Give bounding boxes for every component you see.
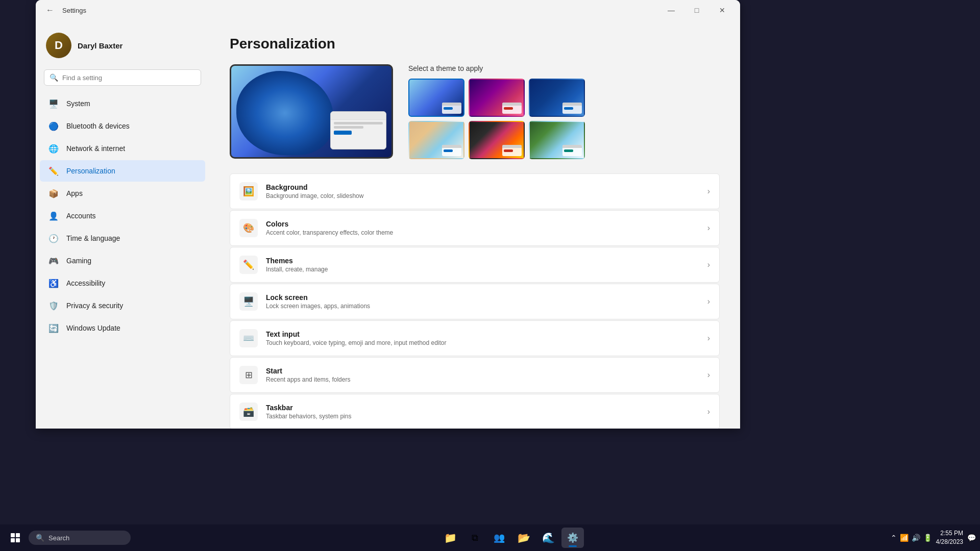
sidebar-item-bluetooth[interactable]: 🔵 Bluetooth & devices xyxy=(40,115,205,137)
background-title: Background xyxy=(266,183,707,191)
taskbar-chevron: › xyxy=(707,407,710,416)
taskbar-text: Taskbar Taskbar behaviors, system pins xyxy=(266,404,707,420)
main-content: Personalization xyxy=(209,20,740,429)
sidebar-label-system: System xyxy=(66,99,90,108)
preview-wallpaper xyxy=(236,71,333,155)
settings-item-themes[interactable]: ✏️ Themes Install, create, manage › xyxy=(230,247,720,283)
themes-text: Themes Install, create, manage xyxy=(266,257,707,273)
sidebar-label-accessibility: Accessibility xyxy=(66,279,105,287)
theme-preview xyxy=(230,64,393,159)
taskbar-title: Taskbar xyxy=(266,404,707,412)
back-button[interactable]: ← xyxy=(42,4,58,17)
accessibility-icon: ♿ xyxy=(48,278,59,289)
sidebar-item-windows-update[interactable]: 🔄 Windows Update xyxy=(40,317,205,339)
taskbar-files-icon[interactable]: 📁 xyxy=(439,528,461,548)
background-text: Background Background image, color, slid… xyxy=(266,183,707,199)
settings-item-background[interactable]: 🖼️ Background Background image, color, s… xyxy=(230,173,720,209)
theme-mini-window-5 xyxy=(502,145,522,156)
taskbar-time[interactable]: 2:55 PM 4/28/2023 xyxy=(936,529,963,546)
maximize-button[interactable]: □ xyxy=(685,3,708,18)
network-tray-icon[interactable]: 📶 xyxy=(900,534,909,542)
theme-grid xyxy=(408,79,720,159)
theme-item-2[interactable] xyxy=(469,79,525,117)
sidebar-item-accessibility[interactable]: ♿ Accessibility xyxy=(40,272,205,294)
sidebar-item-accounts[interactable]: 👤 Accounts xyxy=(40,205,205,227)
lock-screen-text: Lock screen Lock screen images, apps, an… xyxy=(266,293,707,310)
minimize-button[interactable]: — xyxy=(659,3,683,18)
taskbar-edge-icon[interactable]: 🌊 xyxy=(537,528,559,548)
theme-item-4[interactable] xyxy=(408,121,464,159)
start-icon: ⊞ xyxy=(239,366,258,384)
window-controls: — □ ✕ xyxy=(659,3,734,18)
taskbar: 🔍 Search 📁 ⧉ 👥 📂 🌊 ⚙️ ⌃ 📶 🔊 🔋 xyxy=(0,524,980,551)
sidebar-item-privacy[interactable]: 🛡️ Privacy & security xyxy=(40,295,205,316)
settings-item-taskbar[interactable]: 🗃️ Taskbar Taskbar behaviors, system pin… xyxy=(230,394,720,429)
chevron-up-icon[interactable]: ⌃ xyxy=(891,534,897,542)
personalization-icon: ✏️ xyxy=(48,165,59,177)
theme-section: Select a theme to apply xyxy=(230,64,720,159)
colors-title: Colors xyxy=(266,220,707,228)
gaming-icon: 🎮 xyxy=(48,255,59,266)
privacy-icon: 🛡️ xyxy=(48,300,59,311)
sidebar-label-time: Time & language xyxy=(66,234,120,242)
volume-tray-icon[interactable]: 🔊 xyxy=(912,534,920,542)
sidebar-item-apps[interactable]: 📦 Apps xyxy=(40,183,205,204)
taskbar-taskview-icon[interactable]: ⧉ xyxy=(463,528,486,548)
theme-mini-window-4 xyxy=(442,145,461,156)
background-subtitle: Background image, color, slideshow xyxy=(266,192,707,199)
taskbar-teams-icon[interactable]: 👥 xyxy=(488,528,510,548)
start-chevron: › xyxy=(707,370,710,380)
taskbar-settings-icon[interactable]: ⚙️ xyxy=(561,528,584,548)
avatar: D xyxy=(46,33,71,58)
sidebar-item-system[interactable]: 🖥️ System xyxy=(40,93,205,114)
notification-icon[interactable]: 💬 xyxy=(967,534,976,542)
sidebar-label-apps: Apps xyxy=(66,189,83,197)
taskbar-pinned-apps: 📁 ⧉ 👥 📂 🌊 ⚙️ xyxy=(133,528,891,548)
close-button[interactable]: ✕ xyxy=(710,3,734,18)
preview-line-2 xyxy=(334,126,363,129)
sidebar-label-accounts: Accounts xyxy=(66,212,96,220)
theme-mini-window-3 xyxy=(562,103,582,114)
text-input-chevron: › xyxy=(707,334,710,343)
theme-item-1[interactable] xyxy=(408,79,464,117)
network-icon: 🌐 xyxy=(48,143,59,154)
background-chevron: › xyxy=(707,187,710,196)
sidebar-item-gaming[interactable]: 🎮 Gaming xyxy=(40,250,205,271)
apps-icon: 📦 xyxy=(48,188,59,199)
title-bar-left: ← Settings xyxy=(42,4,86,17)
search-box[interactable]: 🔍 xyxy=(44,69,201,86)
text-input-title: Text input xyxy=(266,330,707,338)
colors-icon: 🎨 xyxy=(239,219,258,237)
theme-mini-window-6 xyxy=(562,145,582,156)
search-input[interactable] xyxy=(62,74,195,82)
theme-mini-window-1 xyxy=(442,103,461,114)
lock-screen-icon: 🖥️ xyxy=(239,292,258,311)
taskbar-icon-settings: 🗃️ xyxy=(239,403,258,421)
sidebar-item-personalization[interactable]: ✏️ Personalization xyxy=(40,160,205,182)
settings-item-start[interactable]: ⊞ Start Recent apps and items, folders › xyxy=(230,357,720,393)
taskbar-search[interactable]: 🔍 Search xyxy=(29,531,131,545)
themes-title: Themes xyxy=(266,257,707,265)
page-title: Personalization xyxy=(230,36,720,52)
preview-window-content xyxy=(331,120,386,137)
accounts-icon: 👤 xyxy=(48,210,59,221)
text-input-subtitle: Touch keyboard, voice typing, emoji and … xyxy=(266,339,707,346)
content-area: D Daryl Baxter 🔍 🖥️ System 🔵 Bluetooth &… xyxy=(36,20,740,429)
text-input-text: Text input Touch keyboard, voice typing,… xyxy=(266,330,707,346)
theme-item-6[interactable] xyxy=(529,121,585,159)
theme-select-area: Select a theme to apply xyxy=(408,64,720,159)
battery-tray-icon[interactable]: 🔋 xyxy=(923,534,932,542)
taskbar-explorer-icon[interactable]: 📂 xyxy=(512,528,535,548)
start-button[interactable] xyxy=(4,528,27,548)
start-subtitle: Recent apps and items, folders xyxy=(266,376,707,383)
sidebar-item-time[interactable]: 🕐 Time & language xyxy=(40,228,205,249)
theme-item-3[interactable] xyxy=(529,79,585,117)
settings-item-colors[interactable]: 🎨 Colors Accent color, transparency effe… xyxy=(230,210,720,246)
theme-item-5[interactable] xyxy=(469,121,525,159)
sidebar-label-network: Network & internet xyxy=(66,144,125,153)
taskbar-search-label: Search xyxy=(48,534,69,542)
sidebar-item-network[interactable]: 🌐 Network & internet xyxy=(40,138,205,159)
sidebar-label-bluetooth: Bluetooth & devices xyxy=(66,122,130,130)
settings-item-lock-screen[interactable]: 🖥️ Lock screen Lock screen images, apps,… xyxy=(230,284,720,319)
settings-item-text-input[interactable]: ⌨️ Text input Touch keyboard, voice typi… xyxy=(230,320,720,356)
